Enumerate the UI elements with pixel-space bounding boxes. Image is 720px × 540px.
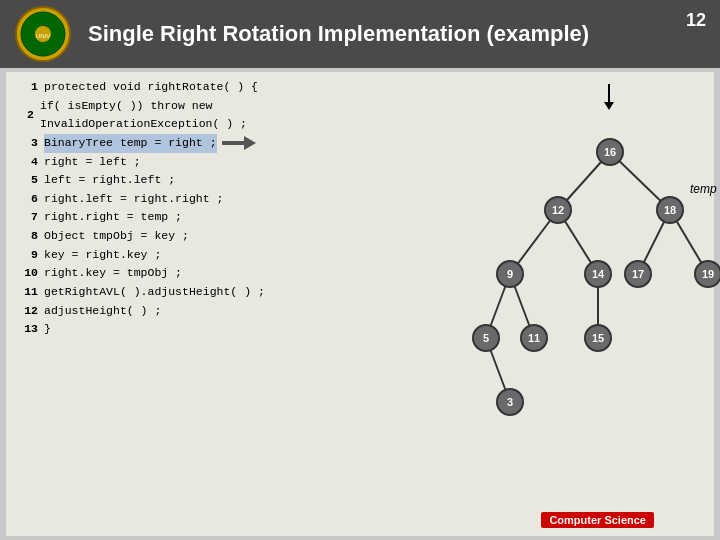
code-text: left = right.left ; — [44, 171, 175, 190]
temp-label: temp — [690, 182, 717, 196]
tree-edges — [356, 78, 704, 530]
line-number: 12 — [16, 302, 38, 321]
code-text: right.key = tmpObj ; — [44, 264, 182, 283]
tree-node-9: 9 — [496, 260, 524, 288]
tree-node-16: 16 — [596, 138, 624, 166]
line-number: 11 — [16, 283, 38, 302]
tree-node-17: 17 — [624, 260, 652, 288]
code-text: } — [44, 320, 51, 339]
content-area: 1protected void rightRotate( ) {2 if( is… — [6, 72, 714, 536]
code-text: key = right.key ; — [44, 246, 161, 265]
code-text: BinaryTree temp = right ; — [44, 134, 217, 153]
line-number: 10 — [16, 264, 38, 283]
down-arrow-icon — [604, 84, 614, 110]
tree-node-15: 15 — [584, 324, 612, 352]
code-line: 1protected void rightRotate( ) { — [16, 78, 356, 97]
tree-node-3: 3 — [496, 388, 524, 416]
tree-node-11: 11 — [520, 324, 548, 352]
code-text: if( isEmpty( )) throw new InvalidOperati… — [40, 97, 356, 134]
code-line: 2 if( isEmpty( )) throw new InvalidOpera… — [16, 97, 356, 134]
code-line: 10 right.key = tmpObj ; — [16, 264, 356, 283]
footer-label: Computer Science — [541, 512, 654, 528]
code-line: 6 right.left = right.right ; — [16, 190, 356, 209]
line-number: 13 — [16, 320, 38, 339]
code-text: right.left = right.right ; — [44, 190, 223, 209]
code-text: getRightAVL( ).adjustHeight( ) ; — [44, 283, 265, 302]
right-arrow-icon — [222, 134, 256, 152]
code-text: Object tmpObj = key ; — [44, 227, 189, 246]
line-number: 4 — [16, 153, 38, 172]
line-number: 9 — [16, 246, 38, 265]
tree-node-12: 12 — [544, 196, 572, 224]
code-text: right.right = temp ; — [44, 208, 182, 227]
slide-title: Single Right Rotation Implementation (ex… — [88, 21, 686, 47]
line-number: 5 — [16, 171, 38, 190]
code-text: protected void rightRotate( ) { — [44, 78, 258, 97]
code-section: 1protected void rightRotate( ) {2 if( is… — [16, 78, 356, 530]
tree-node-18: 18 — [656, 196, 684, 224]
slide-number: 12 — [686, 10, 706, 31]
line-number: 1 — [16, 78, 38, 97]
code-line: 4 right = left ; — [16, 153, 356, 172]
tree-node-5: 5 — [472, 324, 500, 352]
tree-node-19: 19 — [694, 260, 720, 288]
code-line: 5 left = right.left ; — [16, 171, 356, 190]
code-line: 8 Object tmpObj = key ; — [16, 227, 356, 246]
tree-section: 1612189141719511153temp — [356, 78, 704, 530]
line-number: 2 — [16, 106, 34, 125]
line-number: 6 — [16, 190, 38, 209]
code-line: 7 right.right = temp ; — [16, 208, 356, 227]
code-line: 9 key = right.key ; — [16, 246, 356, 265]
code-line: 13} — [16, 320, 356, 339]
line-number: 8 — [16, 227, 38, 246]
svg-text:UNIV: UNIV — [36, 33, 50, 39]
line-number: 3 — [16, 134, 38, 153]
code-line: 12 adjustHeight( ) ; — [16, 302, 356, 321]
code-line: 3 BinaryTree temp = right ; — [16, 134, 356, 153]
header: UNIV Single Right Rotation Implementatio… — [0, 0, 720, 68]
code-line: 11 getRightAVL( ).adjustHeight( ) ; — [16, 283, 356, 302]
tree-node-14: 14 — [584, 260, 612, 288]
line-number: 7 — [16, 208, 38, 227]
logo-icon: UNIV — [14, 5, 72, 63]
code-text: right = left ; — [44, 153, 141, 172]
code-text: adjustHeight( ) ; — [44, 302, 161, 321]
